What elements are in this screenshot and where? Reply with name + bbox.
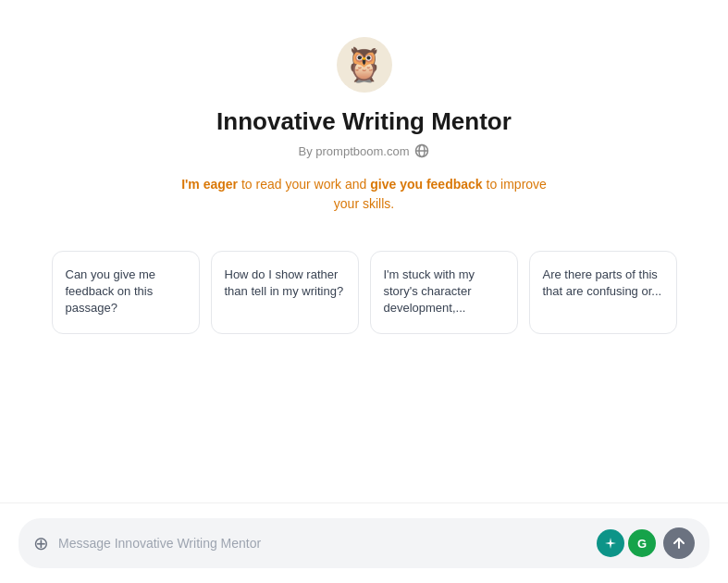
tagline: I'm eager to read your work and give you…	[170, 175, 559, 214]
attach-icon[interactable]: ⊕	[33, 532, 49, 554]
bottom-bar: ⊕ G	[0, 502, 728, 583]
suggestion-card-3[interactable]: I'm stuck with my story's character deve…	[370, 251, 518, 334]
app-title: Innovative Writing Mentor	[216, 107, 512, 136]
input-container: ⊕ G	[19, 518, 709, 568]
main-content: 🦉 Innovative Writing Mentor By promptboo…	[0, 0, 728, 502]
right-icons: G	[597, 527, 695, 559]
suggestion-card-1[interactable]: Can you give me feedback on this passage…	[52, 251, 200, 334]
suggestion-card-4[interactable]: Are there parts of this that are confusi…	[529, 251, 677, 334]
suggestion-card-2[interactable]: How do I show rather than tell in my wri…	[211, 251, 359, 334]
by-line: By promptboom.com	[299, 143, 430, 158]
suggestion-cards: Can you give me feedback on this passage…	[15, 251, 714, 334]
send-button[interactable]	[663, 527, 695, 559]
by-label: By promptboom.com	[299, 144, 410, 158]
dual-icons: G	[597, 529, 656, 557]
message-input[interactable]	[58, 536, 587, 551]
avatar: 🦉	[337, 37, 392, 93]
gpt-icon[interactable]: G	[628, 529, 656, 557]
send-arrow-icon	[672, 537, 685, 550]
sparkle-icon[interactable]	[597, 529, 624, 557]
globe-icon	[414, 143, 429, 158]
